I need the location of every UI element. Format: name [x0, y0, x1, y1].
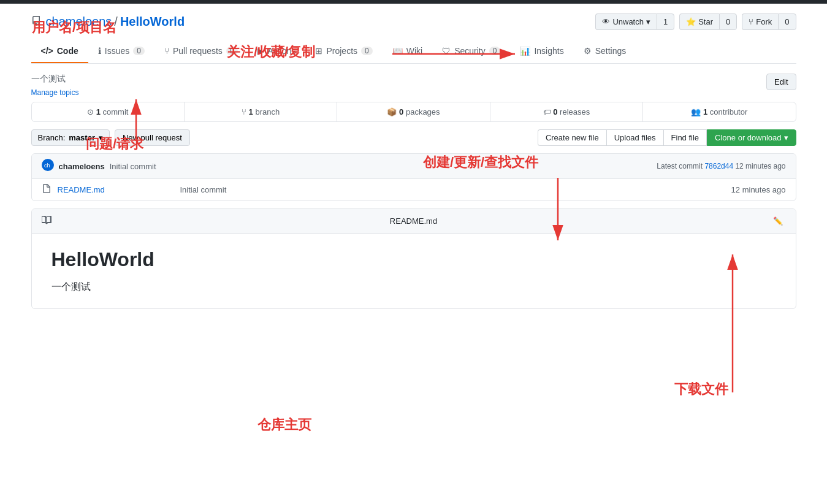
username-link[interactable]: chameloens	[46, 15, 112, 29]
tab-projects-label: Projects	[326, 46, 357, 56]
latest-commit-label: Latest commit	[657, 162, 703, 170]
commit-label: commit	[103, 107, 129, 116]
find-file-button[interactable]: Find file	[663, 129, 707, 146]
fork-group: ⑂ Fork 0	[742, 13, 796, 30]
tab-wiki-label: Wiki	[406, 46, 422, 56]
branches-stat[interactable]: ⑂ 1 branch	[185, 102, 337, 121]
packages-label: packages	[406, 107, 440, 116]
repo-icon	[31, 15, 41, 29]
tab-insights[interactable]: 📊 Insights	[510, 40, 573, 63]
unwatch-label: Unwatch	[612, 17, 644, 26]
tab-projects[interactable]: ⊞ Projects 0	[305, 40, 382, 63]
releases-icon: 🏷	[543, 107, 551, 116]
issues-badge: 0	[133, 47, 145, 55]
readme-title: HelloWorld	[51, 248, 776, 271]
readme-filename: README.md	[390, 216, 437, 226]
repo-actions: 👁 Unwatch ▾ 1 ⭐ Star 0 ⑂	[595, 13, 796, 30]
contributors-icon: 👥	[691, 107, 701, 116]
repo-description: 一个测试 Manage topics Edit	[31, 74, 796, 97]
stats-bar: ⊙ 1 commit ⑂ 1 branch 📦 0 packages 🏷 0	[31, 102, 796, 122]
tab-actions-label: Actions	[268, 46, 296, 56]
readme-header: README.md ✏️	[32, 209, 796, 234]
fork-icon: ⑂	[749, 17, 753, 26]
tab-actions[interactable]: ▶ Actions	[248, 40, 306, 63]
eye-icon: 👁	[602, 17, 610, 26]
description-text: 一个测试	[31, 74, 79, 85]
annotation-label-6: 下载文件	[674, 380, 728, 399]
pr-icon: ⑂	[164, 46, 169, 56]
reponame-link[interactable]: HelloWorld	[120, 15, 185, 29]
file-name-link[interactable]: README.md	[58, 185, 180, 194]
tab-settings-label: Settings	[595, 46, 627, 56]
branch-label: branch	[255, 107, 280, 116]
readme-edit-icon[interactable]: ✏️	[771, 214, 785, 228]
settings-icon: ⚙	[584, 46, 592, 56]
watch-count[interactable]: 1	[657, 13, 674, 30]
commits-stat[interactable]: ⊙ 1 commit	[32, 102, 185, 121]
file-actions-row: Branch: master ▾ New pull request Create…	[31, 129, 796, 146]
tab-code[interactable]: </> Code	[31, 40, 88, 63]
star-count[interactable]: 0	[719, 13, 737, 30]
readme-section: README.md ✏️ HelloWorld 一个测试	[31, 208, 796, 309]
fork-count[interactable]: 0	[778, 13, 796, 30]
file-buttons-group: Create new file Upload files Find file C…	[538, 129, 796, 146]
watch-group: 👁 Unwatch ▾ 1	[595, 13, 674, 30]
breadcrumb: chameloens / HelloWorld	[31, 15, 185, 29]
projects-badge: 0	[361, 47, 373, 55]
tab-pull-requests[interactable]: ⑂ Pull requests 0	[154, 40, 248, 63]
tab-security[interactable]: 🛡 Security 0	[432, 40, 510, 63]
clone-or-download-button[interactable]: Clone or download ▾	[707, 129, 796, 146]
security-icon: 🛡	[442, 46, 451, 56]
file-commit-message: Initial commit	[180, 185, 731, 194]
commit-hash-link[interactable]: 7862d44	[704, 162, 733, 170]
commit-icon: ⊙	[87, 107, 94, 116]
star-icon: ⭐	[686, 17, 696, 26]
author-avatar: ch	[42, 159, 54, 174]
tab-code-label: Code	[57, 46, 78, 56]
star-label: Star	[698, 17, 713, 26]
create-new-file-button[interactable]: Create new file	[538, 129, 606, 146]
packages-stat[interactable]: 📦 0 packages	[337, 102, 490, 121]
branch-icon: ⑂	[242, 107, 246, 116]
releases-count: 0	[553, 107, 557, 116]
dropdown-icon: ▾	[99, 133, 103, 142]
repo-nav: </> Code ℹ Issues 0 ⑂ Pull requests 0 ▶ …	[31, 40, 796, 64]
tab-wiki[interactable]: 📖 Wiki	[383, 40, 432, 63]
code-icon: </>	[41, 46, 53, 56]
branch-select-group: Branch: master ▾ New pull request	[31, 129, 190, 146]
annotation-label-5: 仓库主页	[257, 416, 311, 434]
contributors-label: contributor	[710, 107, 747, 116]
tab-issues-label: Issues	[105, 46, 129, 56]
table-row: README.md Initial commit 12 minutes ago	[32, 179, 796, 200]
releases-label: releases	[560, 107, 590, 116]
actions-icon: ▶	[257, 46, 264, 56]
tab-settings[interactable]: ⚙ Settings	[574, 40, 636, 63]
file-table: ch chameloens Initial commit Latest comm…	[31, 153, 796, 201]
tab-issues[interactable]: ℹ Issues 0	[88, 40, 154, 63]
file-icon	[42, 184, 51, 196]
commit-time: 12 minutes ago	[735, 162, 785, 170]
fork-button[interactable]: ⑂ Fork	[742, 13, 778, 30]
edit-button[interactable]: Edit	[766, 74, 796, 90]
breadcrumb-separator: /	[114, 15, 118, 29]
branch-dropdown[interactable]: Branch: master ▾	[31, 129, 110, 146]
packages-icon: 📦	[387, 107, 397, 116]
star-button[interactable]: ⭐ Star	[679, 13, 719, 30]
tab-pr-label: Pull requests	[173, 46, 223, 56]
tab-security-label: Security	[454, 46, 486, 56]
issues-icon: ℹ	[98, 46, 101, 56]
commit-info-right: Latest commit 7862d44 12 minutes ago	[657, 162, 785, 170]
releases-stat[interactable]: 🏷 0 releases	[490, 102, 643, 121]
branch-label-text: Branch:	[38, 133, 66, 142]
wiki-icon: 📖	[392, 46, 403, 56]
unwatch-button[interactable]: 👁 Unwatch ▾	[595, 13, 657, 30]
security-badge: 0	[489, 47, 501, 55]
commit-message: Initial commit	[110, 162, 156, 171]
new-pull-request-button[interactable]: New pull request	[115, 129, 190, 146]
pr-badge: 0	[226, 47, 238, 55]
tab-insights-label: Insights	[534, 46, 563, 56]
manage-topics-link[interactable]: Manage topics	[31, 88, 79, 97]
projects-icon: ⊞	[315, 46, 322, 56]
upload-files-button[interactable]: Upload files	[606, 129, 663, 146]
contributors-stat[interactable]: 👥 1 contributor	[643, 102, 795, 121]
